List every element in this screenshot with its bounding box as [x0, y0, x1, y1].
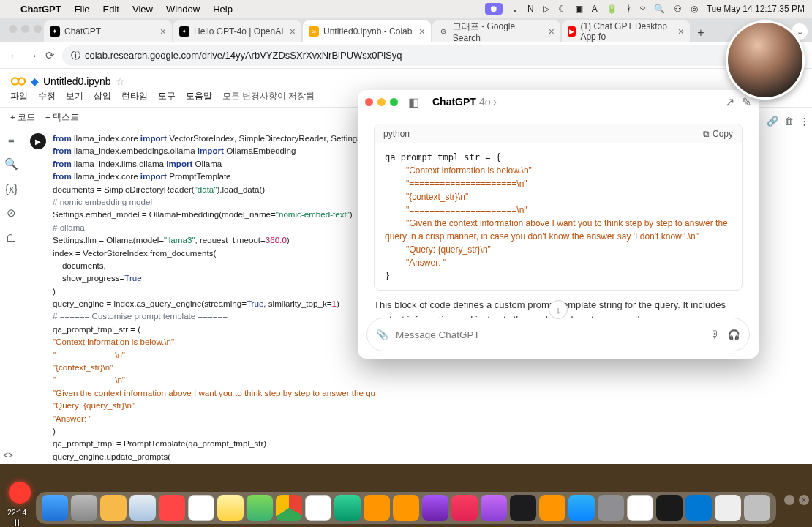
- toc-icon[interactable]: ≡: [8, 133, 15, 146]
- search-icon[interactable]: 🔍: [654, 4, 665, 14]
- wifi-icon[interactable]: ⌔: [640, 4, 645, 14]
- colab-menu-edit[interactable]: 수정: [38, 91, 56, 102]
- colab-menu-file[interactable]: 파일: [10, 91, 28, 102]
- language-icon[interactable]: A: [592, 4, 598, 14]
- active-app-name[interactable]: ChatGPT: [20, 4, 61, 15]
- back-button[interactable]: ←: [9, 49, 20, 61]
- new-tab-button[interactable]: +: [691, 23, 710, 42]
- tab-chatgpt[interactable]: ✦ ChatGPT ×: [44, 20, 172, 42]
- colab-menu-help[interactable]: 도움말: [186, 91, 212, 102]
- play-icon[interactable]: ▷: [543, 4, 549, 14]
- dock-settings[interactable]: [598, 495, 624, 521]
- new-chat-icon[interactable]: ✎: [742, 95, 751, 109]
- variables-icon[interactable]: {x}: [5, 182, 18, 195]
- dock-app[interactable]: [539, 495, 565, 521]
- dock-chatgpt[interactable]: [656, 495, 683, 521]
- status-icon[interactable]: ⌄: [511, 4, 519, 14]
- chatgpt-titlebar[interactable]: ◧ ChatGPT 4o › ↗ ✎: [358, 90, 759, 113]
- menu-edit[interactable]: Edit: [103, 4, 119, 15]
- tab-colab[interactable]: ∞ Untitled0.ipynb - Colab ×: [303, 20, 431, 42]
- dock-notes[interactable]: [217, 495, 244, 521]
- forward-button[interactable]: →: [27, 49, 38, 61]
- chatgpt-conversation[interactable]: python ⧉Copy qa_prompt_tmpl_str = { "Con…: [358, 113, 759, 318]
- code-content[interactable]: qa_prompt_tmpl_str = { "Context informat…: [375, 143, 742, 290]
- menu-window[interactable]: Window: [166, 4, 200, 15]
- dock-notion[interactable]: [627, 495, 653, 521]
- attach-icon[interactable]: 📎: [376, 329, 388, 340]
- dock-podcasts[interactable]: [481, 495, 507, 521]
- tab-openai[interactable]: ✦ Hello GPT-4o | OpenAI ×: [173, 20, 301, 42]
- close-icon[interactable]: ×: [799, 495, 809, 505]
- close-icon[interactable]: ×: [290, 26, 296, 37]
- cell-more-icon[interactable]: ⋮: [800, 116, 809, 127]
- scroll-to-bottom-button[interactable]: ↓: [549, 300, 568, 319]
- dock-trash[interactable]: [744, 495, 770, 521]
- dock-app[interactable]: [364, 495, 390, 521]
- dock-app[interactable]: [715, 495, 741, 521]
- window-traffic-lights[interactable]: [365, 98, 398, 106]
- dock-app[interactable]: [100, 495, 127, 521]
- dock-appstore[interactable]: [568, 495, 595, 521]
- close-icon[interactable]: ×: [419, 26, 425, 37]
- users-icon[interactable]: ⚇: [674, 4, 682, 14]
- menu-help[interactable]: Help: [213, 4, 233, 15]
- find-icon[interactable]: 🔍: [4, 157, 18, 171]
- close-icon[interactable]: ×: [678, 26, 684, 37]
- webcam-overlay[interactable]: [726, 20, 805, 100]
- close-icon[interactable]: ×: [549, 26, 555, 37]
- minimize-icon[interactable]: –: [784, 495, 794, 505]
- secrets-icon[interactable]: ⊘: [7, 206, 16, 220]
- screenrec-icon[interactable]: ⏺: [485, 3, 503, 15]
- dock-maps[interactable]: [247, 495, 273, 521]
- files-icon[interactable]: 🗀: [6, 231, 17, 244]
- bluetooth-icon[interactable]: ᚼ: [626, 4, 631, 14]
- dock-app[interactable]: [422, 495, 448, 521]
- record-indicator[interactable]: [9, 482, 31, 504]
- colab-menu-tools[interactable]: 도구: [158, 91, 176, 102]
- notebook-filename[interactable]: Untitled0.ipynb: [43, 75, 111, 87]
- tab-google[interactable]: G 그래프 - Google Search ×: [432, 20, 560, 42]
- dock-reminders[interactable]: [305, 495, 331, 521]
- message-input[interactable]: [396, 329, 703, 340]
- control-center-icon[interactable]: ◎: [691, 4, 698, 14]
- copy-button[interactable]: ⧉Copy: [703, 129, 733, 139]
- clock[interactable]: Tue May 14 12:17:35 PM: [707, 4, 805, 14]
- reload-button[interactable]: ⟳: [45, 49, 55, 62]
- menu-view[interactable]: View: [132, 4, 153, 15]
- colab-menu-view[interactable]: 보기: [66, 91, 83, 102]
- tab-youtube[interactable]: ▶ (1) Chat GPT Desktop App fo ×: [562, 20, 690, 42]
- add-code-cell[interactable]: + 코드: [10, 112, 35, 123]
- url-input[interactable]: ⓘ colab.research.google.com/drive/14yyAr…: [62, 45, 765, 66]
- dock-app[interactable]: [393, 495, 419, 521]
- dock-launchpad[interactable]: [71, 495, 97, 521]
- cell-link-icon[interactable]: 🔗: [767, 116, 778, 127]
- dock-music[interactable]: [451, 495, 478, 521]
- pause-button[interactable]: ⏸: [12, 517, 22, 527]
- add-text-cell[interactable]: + 텍스트: [45, 112, 79, 123]
- headphones-icon[interactable]: 🎧: [728, 329, 740, 340]
- dock-finder[interactable]: [42, 495, 68, 521]
- share-icon[interactable]: ↗: [725, 95, 734, 109]
- mic-icon[interactable]: 🎙: [710, 329, 721, 340]
- colab-menu-insert[interactable]: 삽입: [94, 91, 111, 102]
- model-selector[interactable]: 4o ›: [479, 96, 497, 108]
- code-content[interactable]: from llama_index.core import VectorStore…: [53, 132, 375, 464]
- dock-app[interactable]: [334, 495, 361, 521]
- battery-icon[interactable]: 🔋: [606, 4, 617, 14]
- cell-delete-icon[interactable]: 🗑: [784, 116, 794, 127]
- sidebar-toggle-icon[interactable]: ◧: [408, 95, 419, 109]
- dnd-icon[interactable]: ☾: [558, 4, 566, 14]
- site-info-icon[interactable]: ⓘ: [71, 49, 80, 62]
- dock-app[interactable]: [159, 495, 185, 521]
- window-traffic-lights[interactable]: [9, 25, 42, 33]
- menu-file[interactable]: File: [75, 4, 90, 15]
- dock-vscode[interactable]: [685, 495, 712, 521]
- dock-tv[interactable]: [510, 495, 536, 521]
- dock-safari[interactable]: [129, 495, 156, 521]
- display-icon[interactable]: ▣: [575, 4, 583, 14]
- dock-chrome[interactable]: [276, 495, 302, 521]
- run-cell-button[interactable]: ▶: [30, 133, 46, 149]
- code-expand-icon[interactable]: <>: [3, 450, 13, 460]
- dock-calendar[interactable]: [188, 495, 214, 521]
- star-icon[interactable]: ☆: [116, 75, 125, 87]
